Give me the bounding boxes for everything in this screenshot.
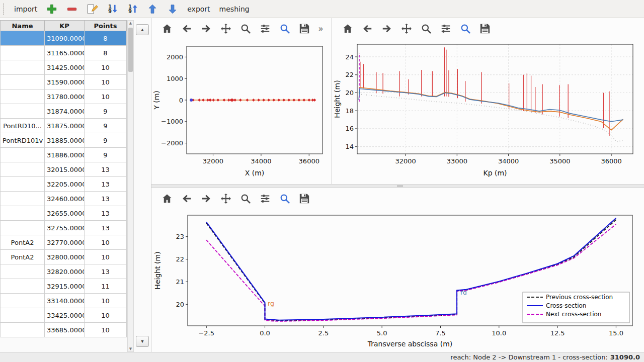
- home-button[interactable]: [159, 21, 175, 36]
- plan-chart[interactable]: 320003400036000−2000−1000010002000X (m)Y…: [151, 39, 329, 180]
- cell-points: 13: [85, 177, 127, 192]
- profile-pane: 3200033000340003500036000141618202224Kp …: [332, 18, 644, 184]
- table-row[interactable]: 32915.000011: [1, 279, 127, 294]
- sort-ascending-button[interactable]: [123, 2, 142, 16]
- subplots-button[interactable]: [258, 21, 273, 36]
- cell-points: 10: [85, 323, 127, 337]
- svg-text:rd: rd: [460, 289, 467, 296]
- save-figure-button[interactable]: [297, 191, 312, 206]
- svg-text:Transverse abscissa (m): Transverse abscissa (m): [367, 340, 453, 348]
- top-plots: » 320003400036000−2000−1000010002000X (m…: [151, 18, 644, 184]
- subplots-button[interactable]: [438, 21, 453, 36]
- save-figure-button[interactable]: [477, 21, 493, 36]
- move-down-button[interactable]: [163, 2, 182, 16]
- table-row[interactable]: 31874.00009: [1, 104, 127, 119]
- remove-cross-section-button[interactable]: [62, 2, 82, 16]
- table-row[interactable]: PontA232800.000010: [1, 250, 127, 264]
- column-header-name[interactable]: Name: [1, 21, 45, 31]
- cell-kp: 31425.0000: [45, 60, 85, 75]
- pan-button[interactable]: [218, 191, 233, 206]
- column-header-points[interactable]: Points: [85, 21, 127, 31]
- svg-text:10.0: 10.0: [492, 329, 506, 337]
- scrollbar-thumb[interactable]: [128, 28, 133, 72]
- subplots-icon: [260, 23, 271, 34]
- back-button[interactable]: [360, 21, 375, 36]
- customize-button[interactable]: [277, 21, 292, 36]
- save-icon: [479, 23, 491, 34]
- save-icon: [299, 193, 310, 204]
- sort-descending-button[interactable]: [103, 2, 122, 16]
- table-header-row: NameKPPoints: [1, 21, 127, 31]
- table-row[interactable]: 31425.000010: [1, 60, 127, 75]
- table-row[interactable]: 31590.000010: [1, 75, 127, 89]
- import-button[interactable]: import: [10, 2, 41, 16]
- column-header-kp[interactable]: KP: [45, 21, 85, 31]
- table-row[interactable]: 31090.00008: [1, 31, 127, 46]
- down-arrow-icon: [167, 4, 178, 15]
- svg-text:15.0: 15.0: [609, 329, 623, 337]
- pan-button[interactable]: [399, 21, 414, 36]
- scrollbar-down-icon[interactable]: ▼: [128, 346, 133, 351]
- svg-text:Cross-section: Cross-section: [546, 302, 586, 309]
- back-button[interactable]: [179, 191, 194, 206]
- cell-kp: 32460.0000: [45, 192, 85, 206]
- save-figure-button[interactable]: [297, 21, 312, 36]
- table-row[interactable]: 32460.000013: [1, 192, 127, 206]
- subplots-icon: [260, 193, 271, 204]
- table-row[interactable]: 33425.000010: [1, 308, 127, 323]
- svg-text:X (m): X (m): [245, 169, 265, 177]
- export-button[interactable]: export: [183, 2, 214, 16]
- cell-points: 13: [85, 192, 127, 206]
- table-row[interactable]: 32015.000013: [1, 162, 127, 177]
- status-text: reach: Node 2 -> Downstream 1 - cross-se…: [450, 353, 607, 361]
- cross-section-pane: −2.50.02.55.07.510.012.515.020212223Tran…: [151, 188, 644, 352]
- cross-section-chart[interactable]: −2.50.02.55.07.510.012.515.020212223Tran…: [152, 209, 639, 351]
- cell-points: 9: [85, 104, 127, 119]
- table-row[interactable]: 32655.000013: [1, 206, 127, 221]
- table-row[interactable]: PontRD10...31875.00009: [1, 119, 127, 133]
- table-row[interactable]: PontA232770.000010: [1, 235, 127, 250]
- profile-chart[interactable]: 3200033000340003500036000141618202224Kp …: [332, 39, 640, 180]
- zoom-button[interactable]: [419, 21, 434, 36]
- previous-row-button[interactable]: ▲: [136, 24, 149, 35]
- horizontal-splitter[interactable]: [151, 184, 644, 188]
- svg-text:5.0: 5.0: [377, 329, 387, 337]
- move-up-button[interactable]: [143, 2, 162, 16]
- pan-button[interactable]: [218, 21, 233, 36]
- edit-button[interactable]: [83, 2, 102, 16]
- customize-button[interactable]: [277, 191, 292, 206]
- table-scrollbar[interactable]: ▲ ▼: [127, 20, 134, 352]
- table-row[interactable]: 33685.000010: [1, 323, 127, 337]
- sort-descending-icon: [107, 4, 118, 15]
- cell-name: [1, 264, 45, 279]
- zoom-button[interactable]: [238, 21, 253, 36]
- forward-button[interactable]: [199, 21, 214, 36]
- toolbar-grip: [3, 4, 6, 15]
- home-icon: [342, 23, 353, 34]
- scrollbar-up-icon[interactable]: ▲: [128, 21, 133, 26]
- table-row[interactable]: 32755.000013: [1, 221, 127, 235]
- table-row[interactable]: 32205.000013: [1, 177, 127, 192]
- table-row[interactable]: 31165.00008: [1, 46, 127, 60]
- meshing-button[interactable]: meshing: [215, 2, 254, 16]
- customize-button[interactable]: [458, 21, 473, 36]
- svg-text:−2.5: −2.5: [198, 329, 214, 337]
- zoom-button[interactable]: [238, 191, 253, 206]
- splitter-handle[interactable]: [397, 185, 403, 187]
- plan-view-pane: » 320003400036000−2000−1000010002000X (m…: [151, 18, 332, 184]
- subplots-button[interactable]: [258, 191, 273, 206]
- forward-button[interactable]: [199, 191, 214, 206]
- table-row[interactable]: PontRD101v31885.00009: [1, 133, 127, 148]
- next-row-button[interactable]: ▼: [136, 336, 149, 347]
- table-row[interactable]: 32820.000013: [1, 264, 127, 279]
- home-button[interactable]: [159, 191, 175, 206]
- toolbar-overflow-button[interactable]: »: [318, 24, 323, 33]
- add-cross-section-button[interactable]: [42, 2, 61, 16]
- table-row[interactable]: 33140.000010: [1, 294, 127, 308]
- home-button[interactable]: [340, 21, 355, 36]
- statusbar: reach: Node 2 -> Downstream 1 - cross-se…: [0, 352, 644, 362]
- table-row[interactable]: 31886.00009: [1, 148, 127, 162]
- forward-button[interactable]: [379, 21, 394, 36]
- back-button[interactable]: [179, 21, 194, 36]
- table-row[interactable]: 31780.000010: [1, 89, 127, 104]
